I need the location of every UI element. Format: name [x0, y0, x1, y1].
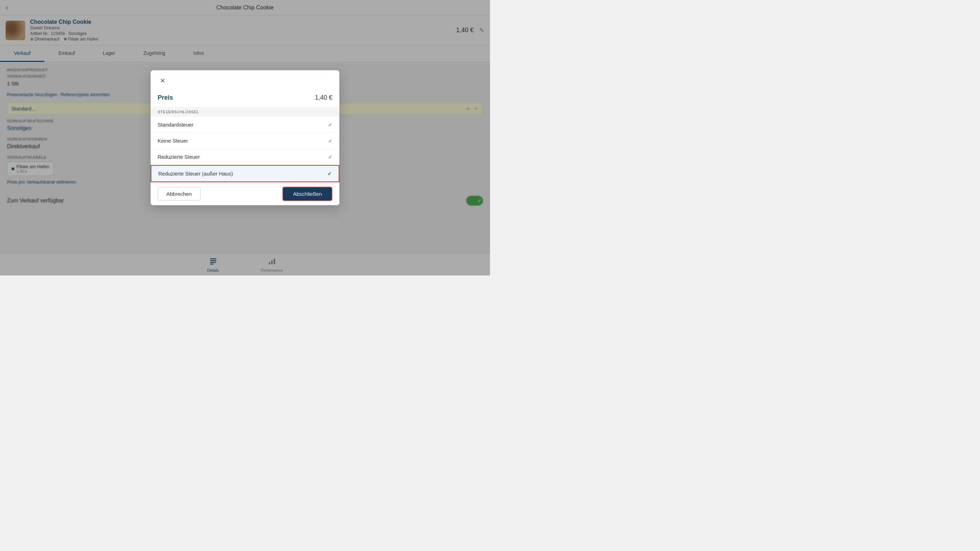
modal-section-label: STEUERSCHLÜSSEL: [151, 107, 339, 117]
tax-label-3: Reduzierte Steuer (außer Haus): [158, 170, 233, 177]
modal-header: ✕: [151, 70, 339, 91]
tax-check-3: ✓: [328, 171, 332, 177]
tax-option-2[interactable]: Reduzierte Steuer ✓: [151, 149, 339, 165]
modal-footer: Abbrechen Abschließen: [151, 182, 339, 205]
steuer-modal: ✕ Preis 1,40 € STEUERSCHLÜSSEL Standards…: [151, 70, 339, 205]
modal-tax-list: Standardsteuer ✓ Keine Steuer ✓ Reduzier…: [151, 117, 339, 182]
modal-close-button[interactable]: ✕: [158, 76, 167, 86]
modal-overlay: ✕ Preis 1,40 € STEUERSCHLÜSSEL Standards…: [0, 0, 490, 276]
modal-price-row: Preis 1,40 €: [151, 91, 339, 107]
tax-check-0: ✓: [328, 122, 332, 127]
tax-option-1[interactable]: Keine Steuer ✓: [151, 133, 339, 149]
cancel-button[interactable]: Abbrechen: [158, 187, 200, 201]
tax-label-0: Standardsteuer: [158, 122, 194, 127]
confirm-button[interactable]: Abschließen: [282, 187, 332, 201]
modal-price-label: Preis: [158, 94, 173, 101]
tax-check-2: ✓: [328, 154, 332, 160]
tax-label-2: Reduzierte Steuer: [158, 154, 200, 160]
tax-check-1: ✓: [328, 138, 332, 144]
tax-label-1: Keine Steuer: [158, 138, 188, 144]
tax-option-0[interactable]: Standardsteuer ✓: [151, 117, 339, 133]
modal-price-value: 1,40 €: [315, 94, 332, 101]
tax-option-3[interactable]: Reduzierte Steuer (außer Haus) ✓: [151, 165, 339, 182]
